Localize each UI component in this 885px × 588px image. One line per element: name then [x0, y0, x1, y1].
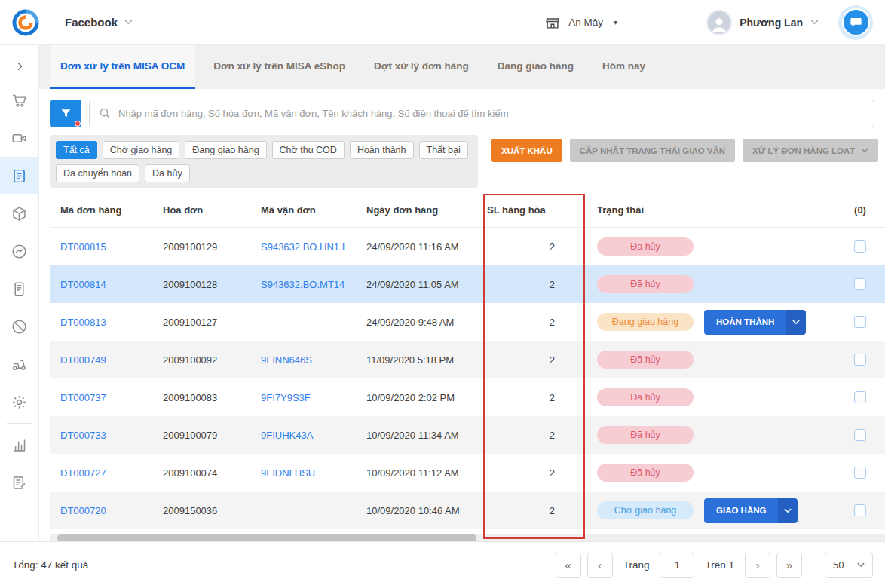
invoice-cell: 2009150036 — [163, 505, 261, 516]
messenger-icon — [11, 243, 27, 259]
store-selector[interactable]: An Mây ▾ — [544, 14, 617, 31]
sidebar-item-analytics[interactable] — [0, 426, 39, 464]
sidebar-item-livestream[interactable] — [0, 119, 39, 157]
tracking-link[interactable]: 9FIUHK43A — [261, 430, 313, 441]
last-page-button[interactable]: » — [776, 553, 802, 578]
quantity-cell: 2 — [483, 241, 585, 253]
complete-order-button[interactable]: HOÀN THÀNH — [704, 310, 806, 335]
tracking-link[interactable]: 9FI7Y9S3F — [261, 392, 311, 403]
page-size-select[interactable]: 50 — [825, 553, 873, 578]
chip-completed[interactable]: Hoàn thành — [350, 141, 414, 159]
scrollbar-thumb[interactable] — [57, 534, 476, 541]
row-checkbox[interactable] — [854, 354, 866, 366]
next-page-button[interactable]: › — [745, 553, 770, 578]
page-number-input[interactable] — [660, 553, 694, 578]
tab-don-xu-ly-misa-ocm[interactable]: Đơn xử lý trên MISA OCM — [50, 45, 195, 89]
video-camera-icon — [11, 130, 27, 146]
table-row[interactable]: DT000733 2009100079 9FIUHK43A 10/09/2020… — [50, 416, 885, 454]
tracking-link[interactable]: S943632.BO.MT14 — [261, 279, 345, 290]
export-button[interactable]: XUẤT KHẨU — [491, 139, 562, 162]
horizontal-scrollbar[interactable] — [50, 534, 885, 541]
table-row[interactable]: DT000749 2009100092 9FINN646S 11/09/2020… — [50, 341, 885, 378]
order-id-link[interactable]: DT000727 — [60, 467, 106, 479]
tracking-link[interactable]: 9FIDNLHSU — [261, 467, 315, 479]
order-id-link[interactable]: DT000814 — [60, 279, 106, 290]
store-icon — [544, 14, 561, 31]
sidebar-item-pos[interactable] — [0, 270, 39, 308]
prev-page-button[interactable]: ‹ — [587, 553, 613, 578]
deliver-order-button[interactable]: GIAO HÀNG — [704, 498, 798, 523]
quantity-cell: 2 — [483, 467, 585, 479]
first-page-button[interactable]: « — [556, 553, 581, 578]
table-row[interactable]: DT000815 2009100129 S943632.BO.HN1.I 24/… — [50, 228, 885, 265]
sidebar-item-settings[interactable] — [0, 383, 39, 421]
channel-selector[interactable]: Facebook — [65, 16, 133, 29]
tab-dang-giao-hang[interactable]: Đang giao hàng — [487, 45, 584, 89]
chevron-down-icon[interactable] — [778, 498, 798, 523]
page-of-label: Trên 1 — [705, 559, 734, 571]
row-checkbox[interactable] — [854, 467, 866, 479]
chip-all[interactable]: Tất cả — [56, 141, 97, 159]
chevron-down-icon[interactable] — [786, 310, 806, 335]
status-filter-chips: Tất cả Chờ giao hàng Đang giao hàng Chờ … — [50, 135, 478, 188]
chevron-down-icon — [124, 20, 133, 25]
chip-failed[interactable]: Thất bại — [419, 141, 468, 159]
tracking-link[interactable]: S943632.BO.HN1.I — [261, 241, 345, 253]
order-id-link[interactable]: DT000813 — [60, 317, 106, 328]
chip-delivering[interactable]: Đang giao hàng — [185, 141, 266, 159]
gear-icon — [11, 394, 27, 410]
table-row[interactable]: DT000814 2009100128 S943632.BO.MT14 24/0… — [50, 265, 885, 303]
status-badge: Đã hủy — [597, 351, 694, 369]
sidebar-item-orders[interactable] — [0, 157, 39, 194]
row-checkbox[interactable] — [854, 240, 866, 253]
row-checkbox[interactable] — [854, 504, 866, 516]
col-selected-count: (0) — [835, 204, 885, 216]
invoice-cell: 2009100129 — [163, 241, 261, 253]
sidebar-item-reports[interactable] — [0, 464, 39, 501]
quantity-cell: 2 — [483, 279, 585, 290]
sidebar-item-sales[interactable] — [0, 81, 39, 119]
update-shipping-status-button[interactable]: CẬP NHẬT TRẠNG THÁI GIAO VẬN — [570, 139, 735, 162]
row-checkbox[interactable] — [854, 429, 866, 441]
order-id-link[interactable]: DT000737 — [60, 392, 106, 403]
sidebar-collapse-toggle[interactable] — [0, 51, 39, 81]
order-id-link[interactable]: DT000733 — [60, 430, 106, 441]
search-input[interactable] — [118, 108, 865, 119]
chip-returned[interactable]: Đã chuyển hoàn — [56, 164, 139, 182]
row-checkbox[interactable] — [854, 391, 866, 403]
table-row[interactable]: DT000737 2009100083 9FI7Y9S3F 10/09/2020… — [50, 378, 885, 416]
row-checkbox[interactable] — [854, 316, 866, 328]
invoice-cell: 2009100127 — [163, 317, 261, 328]
order-id-link[interactable]: DT000720 — [60, 505, 106, 516]
chip-cancelled[interactable]: Đã hủy — [145, 164, 190, 182]
filter-button[interactable] — [50, 100, 81, 127]
col-order-id: Mã đơn hàng — [50, 204, 163, 216]
support-chat-button[interactable] — [838, 5, 873, 40]
quantity-cell: 2 — [483, 354, 585, 366]
status-badge: Đã hủy — [597, 426, 694, 444]
status-badge: Đã hủy — [597, 237, 694, 256]
quantity-cell: 2 — [483, 430, 585, 441]
tracking-link[interactable]: 9FINN646S — [261, 354, 312, 366]
chip-waiting-cod[interactable]: Chờ thu COD — [272, 141, 345, 159]
order-id-link[interactable]: DT000749 — [60, 354, 106, 366]
tab-dot-xu-ly-don-hang[interactable]: Đợt xử lý đơn hàng — [363, 45, 479, 89]
chip-waiting-delivery[interactable]: Chờ giao hàng — [103, 141, 180, 159]
sidebar-item-cancelled[interactable] — [0, 308, 39, 345]
table-row[interactable]: DT000720 2009150036 10/09/2020 10:46 AM … — [50, 492, 885, 529]
bulk-process-button[interactable]: XỬ LÝ ĐƠN HÀNG LOẠT — [743, 139, 878, 162]
user-menu[interactable]: Phương Lan — [706, 10, 819, 35]
top-bar: Facebook An Mây ▾ Phương Lan — [0, 0, 885, 45]
channel-name: Facebook — [65, 16, 118, 29]
sidebar-item-delivery[interactable] — [0, 345, 39, 383]
tab-don-xu-ly-misa-eshop[interactable]: Đơn xử lý trên MISA eShop — [203, 45, 356, 89]
tab-hom-nay[interactable]: Hôm nay — [592, 45, 656, 89]
table-row[interactable]: DT000813 2009100127 24/09/2020 9:48 AM 2… — [50, 303, 885, 341]
delivery-scooter-icon — [11, 357, 27, 372]
page-label: Trang — [623, 559, 650, 571]
sidebar-item-inventory[interactable] — [0, 194, 39, 232]
sidebar-item-messenger[interactable] — [0, 232, 39, 270]
row-checkbox[interactable] — [854, 278, 866, 290]
order-id-link[interactable]: DT000815 — [60, 241, 106, 253]
table-row[interactable]: DT000727 2009100074 9FIDNLHSU 10/09/2020… — [50, 454, 885, 492]
